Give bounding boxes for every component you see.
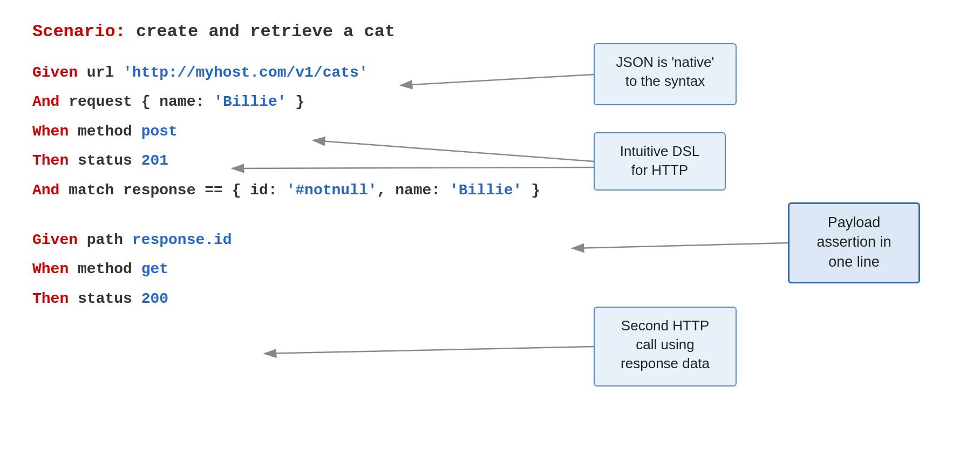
text-url: url bbox=[78, 64, 123, 81]
kw-then-1: Then bbox=[32, 152, 69, 169]
text-request: request { name: bbox=[59, 93, 214, 110]
request-value: 'Billie' bbox=[214, 93, 286, 110]
text-brace-2: } bbox=[522, 182, 540, 199]
kw-when-1: When bbox=[32, 123, 69, 140]
line-and-request: And request { name: 'Billie' } bbox=[32, 92, 948, 112]
text-match: match response == { id: bbox=[59, 182, 286, 199]
text-status-1: status bbox=[69, 152, 141, 169]
main-container: Scenario: create and retrieve a cat Give… bbox=[0, 0, 980, 461]
kw-and-2: And bbox=[32, 182, 59, 199]
box-second-http: Second HTTPcall usingresponse data bbox=[594, 307, 737, 387]
box-intuitive-dsl: Intuitive DSLfor HTTP bbox=[594, 132, 726, 191]
text-path: path bbox=[78, 232, 132, 248]
match-notnull: '#notnull' bbox=[287, 182, 377, 199]
text-status-2: status bbox=[69, 290, 141, 307]
kw-given-2: Given bbox=[32, 232, 78, 248]
kw-then-2: Then bbox=[32, 290, 69, 307]
scenario-text: create and retrieve a cat bbox=[126, 22, 395, 42]
scenario-title: Scenario: create and retrieve a cat bbox=[32, 22, 948, 42]
scenario-keyword: Scenario: bbox=[32, 22, 126, 42]
status-200: 200 bbox=[141, 290, 168, 307]
line-given-url: Given url 'http://myhost.com/v1/cats' bbox=[32, 63, 948, 83]
text-name: , name: bbox=[377, 182, 450, 199]
text-method-2: method bbox=[69, 261, 141, 277]
box-json-native: JSON is 'native'to the syntax bbox=[594, 43, 737, 105]
path-value: response.id bbox=[132, 232, 232, 248]
kw-and-1: And bbox=[32, 93, 59, 110]
method-get: get bbox=[141, 261, 168, 277]
kw-given-1: Given bbox=[32, 64, 78, 81]
status-201: 201 bbox=[141, 152, 168, 169]
line-when-post: When method post bbox=[32, 122, 948, 141]
kw-when-2: When bbox=[32, 261, 69, 277]
line-then-201: Then status 201 bbox=[32, 151, 948, 171]
text-method-1: method bbox=[69, 123, 141, 140]
line-then-200: Then status 200 bbox=[32, 289, 948, 309]
text-brace-1: } bbox=[287, 93, 305, 110]
match-billie: 'Billie' bbox=[450, 182, 522, 199]
box-payload-assertion: Payloadassertion inone line bbox=[788, 202, 920, 283]
arrow-second-http bbox=[264, 347, 594, 354]
line-and-match: And match response == { id: '#notnull', … bbox=[32, 181, 948, 200]
method-post: post bbox=[141, 123, 178, 140]
url-value: 'http://myhost.com/v1/cats' bbox=[123, 64, 368, 81]
